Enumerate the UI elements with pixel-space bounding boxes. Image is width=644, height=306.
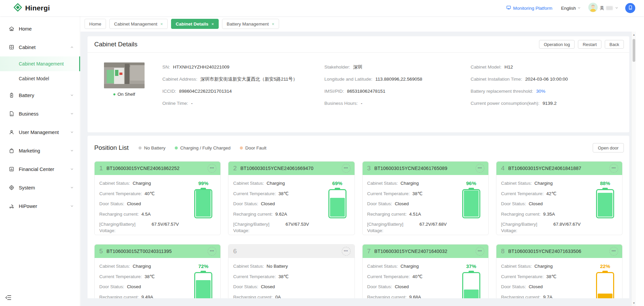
close-tab-icon[interactable]: ×: [211, 22, 214, 26]
close-tab-icon[interactable]: ×: [160, 22, 163, 26]
details-column: SN:HTXNH12YZHH240221009 Cabinet Address:…: [162, 61, 320, 110]
battery-fill: [196, 190, 211, 217]
sidebar-item-system[interactable]: System: [0, 178, 80, 197]
tab-battery-management[interactable]: Battery Management ×: [222, 19, 279, 29]
position-card-body: Cabinet Status:Charging Current Temperat…: [95, 175, 220, 234]
sidebar-item-marketing[interactable]: Marketing: [0, 141, 80, 160]
legend-dot: [139, 146, 142, 149]
details-action-buttons: Operation log Restart Back: [539, 40, 624, 49]
cabinet-photo[interactable]: [104, 62, 145, 88]
tab-cabinet-details[interactable]: Cabinet Details ×: [171, 19, 219, 29]
sidebar-item-hipower[interactable]: HiPower: [0, 197, 80, 215]
battery-shell: [328, 189, 346, 218]
battery-percent-label: 22%: [595, 263, 615, 269]
details-column: Cabinet Model:H12 Cabinet Installation T…: [471, 61, 618, 110]
language-selector[interactable]: English: [561, 6, 581, 11]
position-list-title: Position List: [94, 144, 128, 151]
more-actions-button[interactable]: •••: [609, 164, 618, 173]
scrollbar-down-arrow[interactable]: ▼: [632, 301, 636, 305]
sidebar-item-label: Battery: [19, 93, 34, 98]
chevron-down-icon: [70, 149, 74, 152]
monitoring-platform-link[interactable]: Monitoring Platform: [506, 5, 552, 11]
shelf-status-dot: [113, 93, 115, 95]
tab-bar: Home Cabinet Management × Cabinet Detail…: [80, 16, 631, 32]
more-actions-button[interactable]: •••: [342, 164, 351, 173]
sidebar-item-label: HiPower: [19, 204, 37, 209]
cabinet-icon: [8, 44, 14, 50]
marketing-icon: [8, 148, 14, 154]
position-number: 8: [501, 248, 505, 255]
sidebar-subitem-label: Cabinet Management: [19, 61, 64, 67]
vertical-scrollbar[interactable]: ▲ ▼: [631, 32, 636, 306]
operation-log-button[interactable]: Operation log: [539, 40, 575, 49]
battery-level-indicator: 88%: [595, 180, 615, 218]
position-card-4: 4 BT106003015YCNE24061841887 ••• Cabinet…: [496, 161, 623, 235]
detail-field-online-time: Online Time:-: [162, 97, 320, 110]
sidebar-item-user-management[interactable]: User Management: [0, 123, 80, 141]
scrollbar-thumb[interactable]: [633, 39, 635, 62]
chevron-down-icon: [70, 112, 74, 116]
position-card-2: 2 BT106003015YCNE24061669470 ••• Cabinet…: [228, 161, 355, 235]
legend-item-no-battery: No Battery: [139, 145, 165, 150]
position-card-header: 1 BT106003015YCNE24061862252 •••: [95, 162, 220, 175]
battery-serial: BT106003015YCNE24071633506: [508, 249, 581, 254]
position-card-header: 6 •••: [228, 245, 354, 258]
chevron-down-icon: [70, 186, 74, 189]
more-actions-button[interactable]: •••: [342, 247, 351, 256]
chevron-up-icon: [70, 45, 74, 49]
sidebar-item-cabinet[interactable]: Cabinet: [0, 38, 80, 56]
more-actions-button[interactable]: •••: [208, 164, 216, 173]
position-number: 3: [367, 165, 371, 172]
legend-dot: [175, 146, 178, 149]
battery-level-indicator: 37%: [461, 263, 482, 301]
device-assistant-button[interactable]: [625, 3, 635, 13]
position-number: 1: [99, 165, 103, 172]
position-card-5: 5 BT106003015ZT00240311395 ••• Cabinet S…: [94, 244, 221, 306]
legend-item-door-fault: Door Fault: [240, 145, 266, 150]
user-menu[interactable]: 吴: [588, 3, 619, 13]
sidebar-subitem-cabinet-management[interactable]: Cabinet Management: [0, 56, 80, 71]
more-actions-button[interactable]: •••: [476, 164, 484, 173]
sidebar-item-business[interactable]: Business: [0, 104, 80, 123]
more-actions-button[interactable]: •••: [208, 247, 216, 256]
battery-serial: BT106003015ZT00240311395: [107, 249, 172, 254]
battery-percent-label: 99%: [193, 180, 214, 186]
cabinet-details-title: Cabinet Details: [94, 41, 138, 48]
sidebar-subitem-cabinet-model[interactable]: Cabinet Model: [0, 71, 80, 86]
position-number: 6: [233, 248, 237, 255]
battery-level-indicator: 72%: [193, 263, 214, 301]
back-button[interactable]: Back: [605, 40, 624, 49]
scrollbar-up-arrow[interactable]: ▲: [632, 32, 636, 37]
more-actions-button[interactable]: •••: [476, 247, 484, 256]
tab-cabinet-management[interactable]: Cabinet Management ×: [109, 19, 168, 29]
close-tab-icon[interactable]: ×: [272, 22, 274, 26]
sidebar-item-label: System: [19, 185, 35, 190]
sidebar-collapse-button[interactable]: [5, 294, 12, 302]
battery-percent-label: 69%: [327, 180, 348, 186]
sidebar: Home Cabinet Cabinet Management Cabinet …: [0, 16, 80, 306]
more-actions-button[interactable]: •••: [609, 247, 618, 256]
sidebar-item-label: Home: [19, 26, 32, 32]
tab-home[interactable]: Home: [85, 19, 106, 29]
tab-label: Home: [89, 21, 101, 27]
sidebar-item-label: User Management: [19, 130, 59, 135]
restart-button[interactable]: Restart: [578, 40, 601, 49]
battery-fill: [598, 193, 612, 217]
position-card-body: Cabinet Status:Charging Current Temperat…: [363, 258, 488, 300]
detail-field-stakeholder: Stakeholder:深圳: [324, 61, 467, 73]
battery-shell: [596, 272, 614, 301]
open-door-button[interactable]: Open door: [593, 143, 624, 152]
sidebar-item-home[interactable]: Home: [0, 19, 80, 38]
cabinet-photo-block: On Shelf: [104, 62, 145, 97]
ellipsis-icon: •••: [478, 167, 482, 170]
detail-field-iccid: ICCID:898604C22622D1701314: [162, 85, 320, 97]
sidebar-item-battery[interactable]: Battery: [0, 86, 80, 104]
brand-diamond-icon: [13, 3, 22, 13]
position-list-header: Position List No Battery Charging / Full…: [88, 136, 629, 152]
card-row-voltage: [Charging/Battery]Voltage: 67.8V/67.67V: [501, 221, 622, 234]
position-card-8: 8 BT106003015YCNE24071633506 ••• Cabinet…: [496, 244, 623, 306]
sidebar-item-financial-center[interactable]: Financial Center: [0, 160, 80, 178]
position-legend: No Battery Charging / Fully Charged Door…: [139, 145, 266, 150]
cabinet-details-panel: Cabinet Details Operation log Restart Ba…: [88, 36, 629, 132]
sidebar-item-label: Business: [19, 111, 39, 117]
